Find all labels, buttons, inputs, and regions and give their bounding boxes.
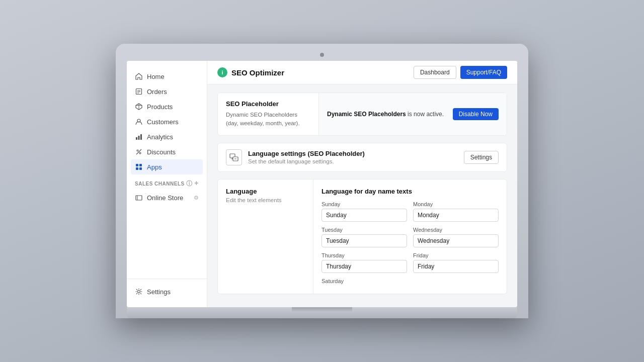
app-icon: i — [217, 67, 227, 77]
online-store-label: Online Store — [147, 194, 183, 202]
svg-rect-18 — [136, 196, 142, 200]
topbar-left: i SEO Optimizer — [217, 67, 284, 77]
saturday-label: Saturday — [321, 278, 407, 284]
tuesday-label: Tuesday — [321, 227, 407, 233]
sidebar-item-apps[interactable]: Apps — [131, 159, 203, 174]
sidebar-item-customers[interactable]: Customers — [127, 114, 207, 129]
friday-label: Friday — [413, 252, 499, 258]
wednesday-field: Wednesday — [413, 227, 499, 247]
laptop-frame: Home Orders — [116, 44, 528, 318]
status-suffix: is now active. — [408, 111, 444, 118]
status-text: Dynamic SEO Placeholders is now active. — [327, 111, 444, 118]
lang-settings-info: Language settings (SEO Placeholder) Set … — [248, 150, 458, 164]
customers-icon — [135, 118, 143, 126]
seo-placeholder-left: SEO Placeholder Dynamic SEO Placeholders… — [218, 93, 318, 135]
sidebar-item-products[interactable]: Products — [127, 99, 207, 114]
day-names-title: Language for day name texts — [321, 188, 499, 195]
apps-icon — [135, 163, 143, 171]
wednesday-label: Wednesday — [413, 227, 499, 233]
sidebar-item-analytics[interactable]: Analytics — [127, 129, 207, 144]
channels-add-icon[interactable]: + — [194, 179, 199, 188]
seo-placeholder-title: SEO Placeholder — [226, 100, 310, 108]
sidebar: Home Orders — [127, 61, 207, 307]
channels-info-icon[interactable]: ⓘ — [186, 179, 193, 188]
support-faq-button[interactable]: Support/FAQ — [460, 66, 507, 79]
disable-now-button[interactable]: Disable Now — [453, 108, 499, 120]
content-area: SEO Placeholder Dynamic SEO Placeholders… — [207, 84, 517, 307]
channels-label: SALES CHANNELS — [135, 181, 185, 187]
orders-icon — [135, 87, 143, 96]
sidebar-item-home[interactable]: Home — [127, 69, 207, 84]
settings-icon — [135, 288, 143, 296]
saturday-field: Saturday — [321, 278, 407, 286]
lang-form-title: Language — [226, 188, 305, 195]
lang-settings-title: Language settings (SEO Placeholder) — [248, 150, 458, 157]
thursday-label: Thursday — [321, 252, 407, 258]
svg-point-20 — [138, 291, 140, 293]
sidebar-item-discounts[interactable]: Discounts — [127, 144, 207, 159]
svg-rect-14 — [136, 164, 138, 166]
friday-field: Friday — [413, 252, 499, 273]
online-store-settings-icon[interactable]: ⚙ — [194, 195, 199, 201]
status-strong: Dynamic SEO Placeholders — [327, 111, 406, 118]
sidebar-item-settings[interactable]: Settings — [127, 284, 207, 299]
svg-rect-15 — [139, 164, 142, 166]
lang-form-right: Language for day name texts Sunday Monda… — [313, 179, 507, 294]
lang-form-left: Language Edit the text elements — [218, 179, 313, 294]
tuesday-field: Tuesday — [321, 227, 407, 247]
discounts-icon — [135, 148, 143, 156]
language-form-card: Language Edit the text elements Language… — [217, 179, 507, 294]
svg-rect-9 — [138, 136, 140, 140]
laptop-screen: Home Orders — [127, 61, 517, 307]
day-grid: Sunday Monday Tuesday — [321, 201, 499, 286]
products-icon — [135, 103, 143, 111]
sidebar-customers-label: Customers — [147, 118, 179, 126]
lang-settings-icon — [226, 149, 242, 165]
sidebar-orders-label: Orders — [147, 88, 167, 96]
sidebar-apps-label: Apps — [147, 163, 162, 171]
sales-channels-section: SALES CHANNELS ⓘ + — [127, 174, 207, 190]
lang-settings-content: Language settings (SEO Placeholder) Set … — [218, 143, 507, 171]
online-store-icon — [135, 194, 143, 202]
sidebar-discounts-label: Discounts — [147, 148, 176, 156]
tuesday-input[interactable] — [321, 234, 407, 247]
sidebar-item-orders[interactable]: Orders — [127, 84, 207, 99]
topbar-right: Dashboard Support/FAQ — [414, 66, 507, 79]
svg-rect-10 — [140, 134, 142, 140]
sunday-field: Sunday — [321, 201, 407, 222]
thursday-field: Thursday — [321, 252, 407, 273]
seo-placeholder-card: SEO Placeholder Dynamic SEO Placeholders… — [217, 93, 507, 136]
lang-settings-desc: Set the default language settings. — [248, 158, 458, 164]
monday-field: Monday — [413, 201, 499, 222]
svg-point-11 — [137, 150, 138, 151]
sidebar-home-label: Home — [147, 73, 165, 80]
lang-settings-button[interactable]: Settings — [464, 151, 499, 164]
main-content: i SEO Optimizer Dashboard Support/FAQ SE… — [207, 61, 517, 307]
lang-form-desc: Edit the text elements — [226, 197, 305, 203]
settings-label: Settings — [147, 288, 171, 296]
laptop-base — [127, 307, 517, 318]
seo-placeholder-right: Dynamic SEO Placeholders is now active. … — [318, 93, 507, 135]
thursday-input[interactable] — [321, 260, 407, 273]
svg-rect-8 — [136, 137, 137, 140]
sunday-label: Sunday — [321, 201, 407, 207]
sidebar-products-label: Products — [147, 103, 173, 111]
friday-input[interactable] — [413, 260, 499, 273]
laptop-camera — [320, 53, 324, 57]
svg-rect-17 — [139, 167, 142, 170]
sidebar-analytics-label: Analytics — [147, 133, 173, 141]
wednesday-input[interactable] — [413, 234, 499, 247]
svg-point-12 — [139, 152, 141, 154]
sunday-input[interactable] — [321, 209, 407, 222]
sidebar-item-online-store[interactable]: Online Store ⚙ — [127, 190, 207, 205]
home-icon — [135, 72, 143, 80]
dashboard-button[interactable]: Dashboard — [414, 66, 456, 79]
language-settings-card: Language settings (SEO Placeholder) Set … — [217, 143, 507, 172]
analytics-icon — [135, 133, 143, 141]
app-title: SEO Optimizer — [231, 68, 284, 77]
seo-placeholder-desc: Dynamic SEO Placeholders (day, weekday, … — [226, 111, 310, 128]
svg-rect-16 — [136, 167, 138, 170]
monday-input[interactable] — [413, 209, 499, 222]
monday-label: Monday — [413, 201, 499, 207]
topbar: i SEO Optimizer Dashboard Support/FAQ — [207, 61, 517, 84]
